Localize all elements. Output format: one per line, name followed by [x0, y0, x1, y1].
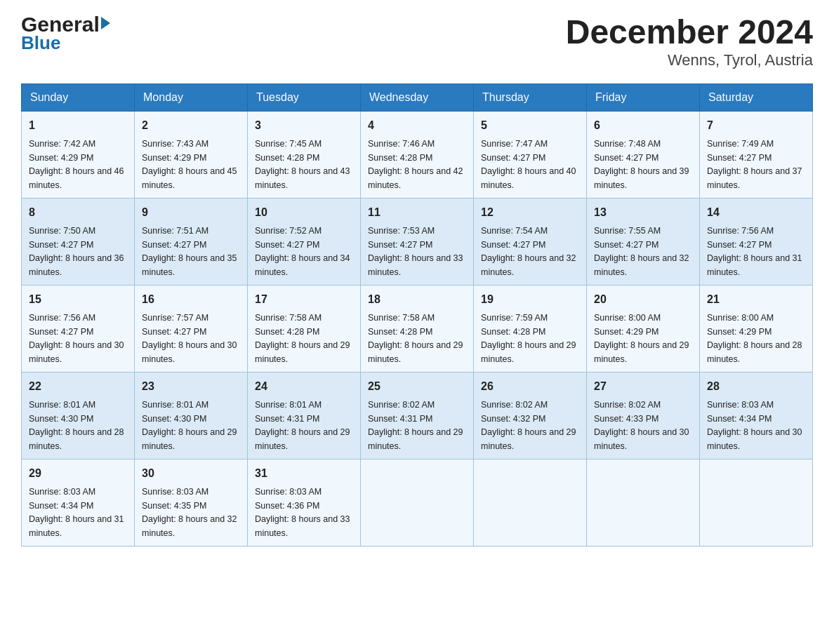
- weekday-header-thursday: Thursday: [474, 83, 587, 111]
- calendar-cell: 16 Sunrise: 7:57 AMSunset: 4:27 PMDaylig…: [135, 285, 248, 372]
- day-number: 31: [255, 465, 353, 482]
- day-info: Sunrise: 8:03 AMSunset: 4:34 PMDaylight:…: [29, 487, 124, 538]
- weekday-header-wednesday: Wednesday: [361, 83, 474, 111]
- day-number: 29: [29, 465, 127, 482]
- day-info: Sunrise: 7:51 AMSunset: 4:27 PMDaylight:…: [142, 226, 237, 277]
- day-info: Sunrise: 7:49 AMSunset: 4:27 PMDaylight:…: [707, 139, 802, 190]
- day-number: 8: [29, 204, 127, 221]
- title-area: December 2024 Wenns, Tyrol, Austria: [566, 14, 813, 69]
- day-number: 18: [368, 291, 466, 308]
- weekday-header-tuesday: Tuesday: [248, 83, 361, 111]
- calendar-cell: 7 Sunrise: 7:49 AMSunset: 4:27 PMDayligh…: [700, 111, 813, 198]
- day-info: Sunrise: 7:56 AMSunset: 4:27 PMDaylight:…: [707, 226, 802, 277]
- day-info: Sunrise: 8:03 AMSunset: 4:34 PMDaylight:…: [707, 400, 802, 451]
- day-info: Sunrise: 7:59 AMSunset: 4:28 PMDaylight:…: [481, 313, 576, 364]
- day-info: Sunrise: 8:00 AMSunset: 4:29 PMDaylight:…: [707, 313, 802, 364]
- calendar-cell: 9 Sunrise: 7:51 AMSunset: 4:27 PMDayligh…: [135, 198, 248, 285]
- day-number: 4: [368, 117, 466, 134]
- day-info: Sunrise: 7:42 AMSunset: 4:29 PMDaylight:…: [29, 139, 124, 190]
- calendar-cell: 29 Sunrise: 8:03 AMSunset: 4:34 PMDaylig…: [22, 459, 135, 546]
- day-number: 2: [142, 117, 240, 134]
- calendar-cell: 22 Sunrise: 8:01 AMSunset: 4:30 PMDaylig…: [22, 372, 135, 459]
- day-number: 6: [594, 117, 692, 134]
- calendar-cell: 25 Sunrise: 8:02 AMSunset: 4:31 PMDaylig…: [361, 372, 474, 459]
- header: General Blue December 2024 Wenns, Tyrol,…: [21, 14, 813, 69]
- week-row-5: 29 Sunrise: 8:03 AMSunset: 4:34 PMDaylig…: [22, 459, 813, 546]
- calendar-cell: [700, 459, 813, 546]
- day-info: Sunrise: 7:56 AMSunset: 4:27 PMDaylight:…: [29, 313, 124, 364]
- day-info: Sunrise: 8:02 AMSunset: 4:32 PMDaylight:…: [481, 400, 576, 451]
- day-info: Sunrise: 8:01 AMSunset: 4:30 PMDaylight:…: [142, 400, 237, 451]
- day-number: 16: [142, 291, 240, 308]
- logo: General Blue: [21, 14, 110, 52]
- calendar-cell: 14 Sunrise: 7:56 AMSunset: 4:27 PMDaylig…: [700, 198, 813, 285]
- day-number: 23: [142, 378, 240, 395]
- day-number: 26: [481, 378, 579, 395]
- day-number: 17: [255, 291, 353, 308]
- calendar-cell: 20 Sunrise: 8:00 AMSunset: 4:29 PMDaylig…: [587, 285, 700, 372]
- day-info: Sunrise: 8:03 AMSunset: 4:35 PMDaylight:…: [142, 487, 237, 538]
- day-info: Sunrise: 7:52 AMSunset: 4:27 PMDaylight:…: [255, 226, 350, 277]
- day-number: 5: [481, 117, 579, 134]
- day-info: Sunrise: 7:57 AMSunset: 4:27 PMDaylight:…: [142, 313, 237, 364]
- day-number: 27: [594, 378, 692, 395]
- calendar-cell: 4 Sunrise: 7:46 AMSunset: 4:28 PMDayligh…: [361, 111, 474, 198]
- day-number: 3: [255, 117, 353, 134]
- calendar-cell: [587, 459, 700, 546]
- week-row-2: 8 Sunrise: 7:50 AMSunset: 4:27 PMDayligh…: [22, 198, 813, 285]
- day-info: Sunrise: 7:58 AMSunset: 4:28 PMDaylight:…: [368, 313, 463, 364]
- weekday-header-row: SundayMondayTuesdayWednesdayThursdayFrid…: [22, 83, 813, 111]
- day-number: 14: [707, 204, 805, 221]
- day-info: Sunrise: 8:00 AMSunset: 4:29 PMDaylight:…: [594, 313, 689, 364]
- day-number: 19: [481, 291, 579, 308]
- day-number: 20: [594, 291, 692, 308]
- calendar-cell: 3 Sunrise: 7:45 AMSunset: 4:28 PMDayligh…: [248, 111, 361, 198]
- calendar-cell: 19 Sunrise: 7:59 AMSunset: 4:28 PMDaylig…: [474, 285, 587, 372]
- day-number: 13: [594, 204, 692, 221]
- day-info: Sunrise: 7:54 AMSunset: 4:27 PMDaylight:…: [481, 226, 576, 277]
- calendar-table: SundayMondayTuesdayWednesdayThursdayFrid…: [21, 83, 813, 546]
- day-number: 28: [707, 378, 805, 395]
- day-number: 25: [368, 378, 466, 395]
- calendar-cell: 6 Sunrise: 7:48 AMSunset: 4:27 PMDayligh…: [587, 111, 700, 198]
- day-info: Sunrise: 7:43 AMSunset: 4:29 PMDaylight:…: [142, 139, 237, 190]
- day-info: Sunrise: 7:48 AMSunset: 4:27 PMDaylight:…: [594, 139, 689, 190]
- calendar-cell: 5 Sunrise: 7:47 AMSunset: 4:27 PMDayligh…: [474, 111, 587, 198]
- day-number: 12: [481, 204, 579, 221]
- calendar-cell: 2 Sunrise: 7:43 AMSunset: 4:29 PMDayligh…: [135, 111, 248, 198]
- day-info: Sunrise: 7:58 AMSunset: 4:28 PMDaylight:…: [255, 313, 350, 364]
- calendar-cell: 13 Sunrise: 7:55 AMSunset: 4:27 PMDaylig…: [587, 198, 700, 285]
- day-number: 24: [255, 378, 353, 395]
- day-info: Sunrise: 7:47 AMSunset: 4:27 PMDaylight:…: [481, 139, 576, 190]
- calendar-cell: 26 Sunrise: 8:02 AMSunset: 4:32 PMDaylig…: [474, 372, 587, 459]
- day-info: Sunrise: 7:53 AMSunset: 4:27 PMDaylight:…: [368, 226, 463, 277]
- day-number: 22: [29, 378, 127, 395]
- calendar-cell: 27 Sunrise: 8:02 AMSunset: 4:33 PMDaylig…: [587, 372, 700, 459]
- day-info: Sunrise: 7:55 AMSunset: 4:27 PMDaylight:…: [594, 226, 689, 277]
- day-number: 11: [368, 204, 466, 221]
- day-info: Sunrise: 7:50 AMSunset: 4:27 PMDaylight:…: [29, 226, 124, 277]
- week-row-4: 22 Sunrise: 8:01 AMSunset: 4:30 PMDaylig…: [22, 372, 813, 459]
- week-row-1: 1 Sunrise: 7:42 AMSunset: 4:29 PMDayligh…: [22, 111, 813, 198]
- calendar-cell: [361, 459, 474, 546]
- calendar-cell: 21 Sunrise: 8:00 AMSunset: 4:29 PMDaylig…: [700, 285, 813, 372]
- day-info: Sunrise: 8:01 AMSunset: 4:31 PMDaylight:…: [255, 400, 350, 451]
- weekday-header-saturday: Saturday: [700, 83, 813, 111]
- logo-triangle-icon: [101, 17, 110, 29]
- day-number: 9: [142, 204, 240, 221]
- logo-blue: Blue: [21, 34, 60, 52]
- day-number: 10: [255, 204, 353, 221]
- calendar-cell: 15 Sunrise: 7:56 AMSunset: 4:27 PMDaylig…: [22, 285, 135, 372]
- day-number: 21: [707, 291, 805, 308]
- week-row-3: 15 Sunrise: 7:56 AMSunset: 4:27 PMDaylig…: [22, 285, 813, 372]
- weekday-header-sunday: Sunday: [22, 83, 135, 111]
- calendar-cell: 17 Sunrise: 7:58 AMSunset: 4:28 PMDaylig…: [248, 285, 361, 372]
- calendar-cell: 23 Sunrise: 8:01 AMSunset: 4:30 PMDaylig…: [135, 372, 248, 459]
- calendar-cell: [474, 459, 587, 546]
- calendar-cell: 31 Sunrise: 8:03 AMSunset: 4:36 PMDaylig…: [248, 459, 361, 546]
- day-info: Sunrise: 8:02 AMSunset: 4:31 PMDaylight:…: [368, 400, 463, 451]
- day-info: Sunrise: 8:02 AMSunset: 4:33 PMDaylight:…: [594, 400, 689, 451]
- calendar-cell: 24 Sunrise: 8:01 AMSunset: 4:31 PMDaylig…: [248, 372, 361, 459]
- day-number: 30: [142, 465, 240, 482]
- location-subtitle: Wenns, Tyrol, Austria: [566, 51, 813, 69]
